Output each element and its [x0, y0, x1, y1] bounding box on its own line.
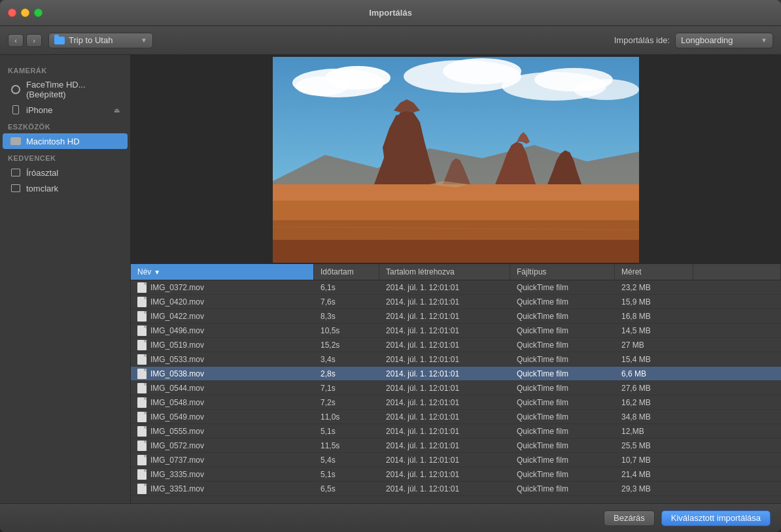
table-row[interactable]: IMG_0572.mov 11,5s 2014. júl. 1. 12:01:0… [131, 439, 781, 453]
cell-name: IMG_0544.mov [131, 382, 314, 395]
th-type[interactable]: Fájltípus [510, 264, 615, 280]
table-row[interactable]: IMG_3351.mov 6,5s 2014. júl. 1. 12:01:01… [131, 482, 781, 496]
table-row[interactable]: IMG_0420.mov 7,6s 2014. júl. 1. 12:01:01… [131, 295, 781, 309]
landscape-scene [273, 57, 639, 263]
cell-name: IMG_0555.mov [131, 425, 314, 438]
table-row[interactable]: IMG_0555.mov 5,1s 2014. júl. 1. 12:01:01… [131, 424, 781, 439]
import-dropdown-arrow: ▼ [761, 37, 767, 44]
main-window: Importálás ‹ › Trip to Utah ▼ Importálás… [0, 0, 781, 532]
cell-duration: 15,2s [314, 339, 379, 351]
cell-duration: 5,1s [314, 425, 379, 437]
cell-type: QuickTime film [510, 382, 615, 394]
cell-duration: 11,0s [314, 411, 379, 423]
sidebar-item-desktop[interactable]: Íróasztal [3, 165, 128, 180]
file-icon [137, 369, 147, 379]
cell-size: 15,9 MB [615, 296, 693, 308]
cell-created: 2014. júl. 1. 12:01:01 [379, 310, 510, 322]
table-row[interactable]: IMG_3335.mov 5,1s 2014. júl. 1. 12:01:01… [131, 467, 781, 482]
cell-duration: 7,1s [314, 382, 379, 394]
table-row[interactable]: IMG_0538.mov 2,8s 2014. júl. 1. 12:01:01… [131, 367, 781, 381]
cell-type: QuickTime film [510, 397, 615, 408]
file-icon [137, 325, 147, 336]
file-icon [137, 383, 147, 393]
cell-name: IMG_0533.mov [131, 353, 314, 366]
cell-duration: 5,4s [314, 454, 379, 466]
import-selected-button[interactable]: Kiválasztott importálása [661, 510, 771, 526]
sidebar-item-home[interactable]: tomclark [3, 180, 128, 196]
cell-type: QuickTime film [510, 296, 615, 308]
cell-rest [693, 430, 781, 433]
close-button[interactable] [8, 8, 16, 17]
close-button[interactable]: Bezárás [604, 510, 655, 526]
svg-point-4 [296, 76, 348, 96]
sidebar-item-facetime-label: FaceTime HD...(Beépített) [26, 80, 120, 99]
sidebar-item-hd-label: Macintosh HD [26, 137, 80, 146]
cell-size: 25,5 MB [615, 440, 693, 452]
cell-duration: 3,4s [314, 354, 379, 365]
eject-icon[interactable]: ⏏ [114, 107, 120, 114]
cell-duration: 8,3s [314, 310, 379, 322]
folder-name: Trip to Utah [69, 35, 137, 45]
sidebar-item-iphone-label: iPhone [26, 105, 52, 115]
th-size[interactable]: Méret [615, 264, 693, 280]
svg-point-9 [574, 79, 639, 100]
import-destination-dropdown[interactable]: Longboarding ▼ [675, 33, 773, 48]
sort-arrow: ▼ [154, 269, 160, 276]
maximize-button[interactable] [34, 8, 43, 17]
cell-name: IMG_3335.mov [131, 468, 314, 481]
th-name[interactable]: Név ▼ [131, 264, 314, 280]
table-row[interactable]: IMG_0544.mov 7,1s 2014. júl. 1. 12:01:01… [131, 381, 781, 395]
sidebar-item-facetime[interactable]: FaceTime HD...(Beépített) [3, 77, 128, 102]
th-rest [693, 264, 781, 280]
cell-rest [693, 286, 781, 289]
cell-type: QuickTime film [510, 454, 615, 466]
cell-size: 29,3 MB [615, 483, 693, 495]
file-icon [137, 282, 147, 293]
cell-size: 16,2 MB [615, 397, 693, 408]
th-created[interactable]: Tartalom létrehozva [379, 264, 510, 280]
folder-dropdown[interactable]: Trip to Utah ▼ [48, 33, 153, 48]
window-title: Importálás [369, 8, 412, 18]
nav-buttons: ‹ › [8, 34, 42, 47]
cell-rest [693, 344, 781, 346]
table-row[interactable]: IMG_0422.mov 8,3s 2014. júl. 1. 12:01:01… [131, 309, 781, 324]
file-icon [137, 397, 147, 408]
cell-created: 2014. júl. 1. 12:01:01 [379, 354, 510, 365]
desktop-icon [10, 167, 21, 178]
file-icon [137, 297, 147, 307]
file-icon [137, 426, 147, 437]
cell-name: IMG_0496.mov [131, 324, 314, 337]
back-button[interactable]: ‹ [8, 34, 24, 47]
table-row[interactable]: IMG_0548.mov 7,2s 2014. júl. 1. 12:01:01… [131, 395, 781, 410]
cell-name: IMG_0548.mov [131, 396, 314, 409]
cell-name: IMG_3351.mov [131, 482, 314, 495]
cell-size: 12,MB [615, 425, 693, 437]
folder-icon [54, 37, 65, 44]
table-row[interactable]: IMG_0496.mov 10,5s 2014. júl. 1. 12:01:0… [131, 324, 781, 338]
svg-marker-14 [273, 220, 639, 240]
cell-type: QuickTime film [510, 411, 615, 423]
table-row[interactable]: IMG_0549.mov 11,0s 2014. júl. 1. 12:01:0… [131, 410, 781, 424]
sidebar-item-macintosh-hd[interactable]: Macintosh HD [3, 133, 128, 149]
cell-rest [693, 459, 781, 461]
cell-name: IMG_0372.mov [131, 281, 314, 294]
cell-rest [693, 358, 781, 361]
sidebar-item-iphone[interactable]: iPhone ⏏ [3, 102, 128, 118]
cell-size: 27,6 MB [615, 382, 693, 394]
cell-created: 2014. júl. 1. 12:01:01 [379, 425, 510, 437]
table-row[interactable]: IMG_0737.mov 5,4s 2014. júl. 1. 12:01:01… [131, 453, 781, 467]
minimize-button[interactable] [21, 8, 29, 17]
cell-type: QuickTime film [510, 354, 615, 365]
table-header: Név ▼ Időtartam Tartalom létrehozva Fájl… [131, 264, 781, 280]
table-row[interactable]: IMG_0519.mov 15,2s 2014. júl. 1. 12:01:0… [131, 338, 781, 352]
iphone-icon [10, 105, 21, 115]
cell-name: IMG_0549.mov [131, 410, 314, 424]
cell-rest [693, 301, 781, 303]
table-row[interactable]: IMG_0372.mov 6,1s 2014. júl. 1. 12:01:01… [131, 280, 781, 295]
preview-area [131, 55, 781, 264]
table-row[interactable]: IMG_0533.mov 3,4s 2014. júl. 1. 12:01:01… [131, 352, 781, 367]
th-duration[interactable]: Időtartam [314, 264, 379, 280]
forward-button[interactable]: › [26, 34, 42, 47]
sidebar-section-devices: ESZKÖZÖK [0, 118, 130, 133]
cell-created: 2014. júl. 1. 12:01:01 [379, 411, 510, 423]
